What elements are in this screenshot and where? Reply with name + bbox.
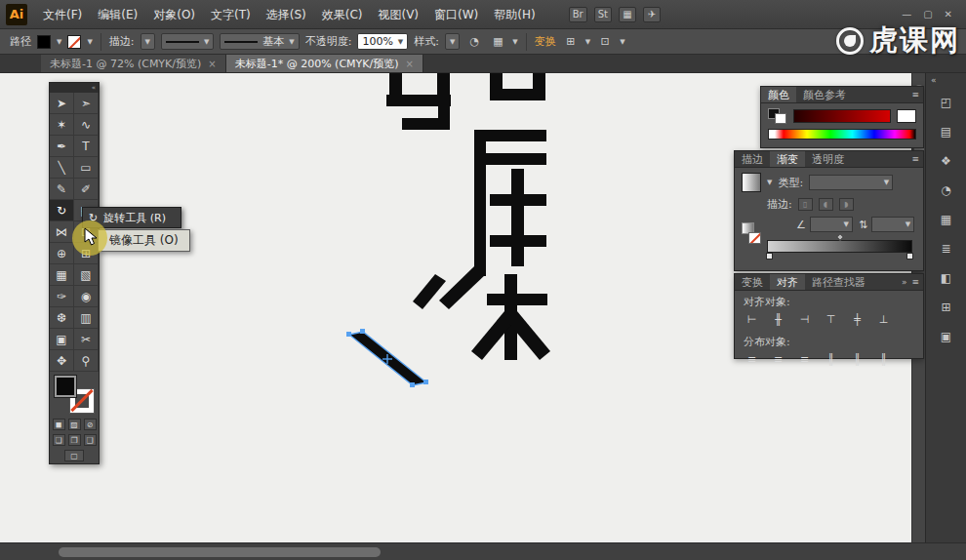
direct-selection-tool[interactable]: ➣ <box>74 93 99 114</box>
shape-builder-tool[interactable]: ⊕ <box>50 243 74 264</box>
distribute-right-icon[interactable]: ║ <box>875 352 892 367</box>
fill-none-button[interactable]: ⊘ <box>84 419 97 430</box>
panel-tab[interactable]: 透明度 <box>805 151 851 167</box>
dock-panel-icon[interactable]: ◰ <box>935 93 958 112</box>
dock-panel-icon[interactable]: ⊞ <box>935 298 958 317</box>
menu-item[interactable]: 效果(C) <box>314 0 371 29</box>
distribute-vertical-center-icon[interactable]: ≡ <box>770 352 786 367</box>
menu-item[interactable]: 编辑(E) <box>90 0 145 29</box>
distribute-top-icon[interactable]: ≡ <box>744 352 760 367</box>
paintbrush-tool[interactable]: ✎ <box>50 179 74 200</box>
draw-behind-button[interactable]: ❐ <box>68 434 81 446</box>
menu-item[interactable]: 选择(S) <box>259 0 314 29</box>
chevron-down-icon[interactable]: ▼ <box>512 38 517 46</box>
fill-color-swatch[interactable] <box>55 376 76 397</box>
pen-tool[interactable]: ✒ <box>50 136 74 157</box>
dock-panel-icon[interactable]: ▣ <box>935 327 958 346</box>
panel-tab[interactable]: 对齐 <box>770 274 805 290</box>
lasso-tool[interactable]: ∿ <box>74 114 99 136</box>
stroke-gradient-across-icon[interactable]: ◗ <box>839 198 854 211</box>
menu-item[interactable]: 文字(T) <box>203 0 259 29</box>
align-right-icon[interactable]: ⊣ <box>796 312 813 327</box>
slice-tool[interactable]: ✂ <box>74 329 99 350</box>
white-swatch[interactable] <box>897 109 916 123</box>
recolor-artwork-icon[interactable]: ◔ <box>465 34 483 50</box>
panel-tab[interactable]: 描边 <box>735 151 770 167</box>
stroke-profile-dropdown[interactable]: ▼ <box>161 33 214 50</box>
align-horizontal-center-icon[interactable]: ╫ <box>770 312 786 327</box>
hand-tool[interactable]: ✥ <box>50 350 74 372</box>
chevron-down-icon[interactable]: ▼ <box>620 38 624 46</box>
mesh-tool[interactable]: ▦ <box>50 264 74 286</box>
stock-icon[interactable]: St <box>594 7 612 22</box>
zoom-tool[interactable]: ⚲ <box>74 350 99 372</box>
style-dropdown[interactable]: ▼ <box>445 33 460 50</box>
panel-tab[interactable]: 变换 <box>735 274 770 290</box>
fill-color-button[interactable]: ◼ <box>53 419 65 430</box>
dock-panel-icon[interactable]: ◔ <box>935 180 958 200</box>
screen-mode-button[interactable]: ▢ <box>64 450 84 461</box>
align-top-icon[interactable]: ⊤ <box>823 312 839 327</box>
align-left-icon[interactable]: ⊢ <box>744 312 760 327</box>
transform-options-icon[interactable]: ⊞ <box>562 34 580 50</box>
dock-panel-icon[interactable]: ▦ <box>935 210 958 229</box>
document-tab[interactable]: 未标题-1* @ 200% (CMYK/预览) × <box>226 55 423 72</box>
panel-expand-icon[interactable]: » <box>902 277 907 287</box>
column-graph-tool[interactable]: ▥ <box>74 307 99 329</box>
tools-panel-header[interactable]: « <box>50 83 99 93</box>
menu-item[interactable]: 视图(V) <box>370 0 426 29</box>
align-options-icon[interactable]: ▦ <box>489 34 506 50</box>
dock-collapse-icon[interactable]: « <box>926 75 966 89</box>
align-bottom-icon[interactable]: ⊥ <box>875 312 892 327</box>
menu-item[interactable]: 窗口(W) <box>426 0 486 29</box>
gradient-thumbnail[interactable] <box>742 173 761 192</box>
panel-menu-icon[interactable]: ≡ <box>911 90 919 100</box>
rotate-tool[interactable]: ↻ <box>50 200 74 221</box>
stroke-gradient-within-icon[interactable]: ▯ <box>798 198 813 211</box>
dock-panel-icon[interactable]: ≣ <box>935 239 958 259</box>
draw-inside-button[interactable]: ❑ <box>84 434 97 446</box>
isolate-selection-icon[interactable]: ⊡ <box>596 34 614 50</box>
distribute-left-icon[interactable]: ║ <box>823 352 839 367</box>
close-icon[interactable]: × <box>208 59 216 69</box>
align-vertical-center-icon[interactable]: ╪ <box>849 312 865 327</box>
document-tab[interactable]: 未标题-1 @ 72% (CMYK/预览) × <box>41 55 226 72</box>
fill-gradient-button[interactable]: ▨ <box>68 419 81 430</box>
panel-tab[interactable]: 路径查找器 <box>805 274 872 290</box>
brush-dropdown[interactable]: 基本▼ <box>220 33 299 50</box>
selection-tool[interactable]: ➤ <box>50 93 74 114</box>
distribute-bottom-icon[interactable]: ≡ <box>796 352 813 367</box>
eyedropper-tool[interactable]: ✑ <box>50 286 74 307</box>
fill-stroke-indicator[interactable] <box>768 108 787 124</box>
gradient-stop[interactable] <box>906 253 913 260</box>
gradient-location-field[interactable]: ⇅ ▼ <box>859 217 914 232</box>
menu-item[interactable]: 对象(O) <box>145 0 203 29</box>
opacity-dropdown[interactable]: 100%▼ <box>357 33 408 50</box>
color-ramp[interactable] <box>793 109 891 123</box>
chevron-down-icon[interactable]: ▼ <box>585 38 590 46</box>
app-logo[interactable]: Ai <box>6 4 27 25</box>
gradient-tool[interactable]: ▧ <box>74 264 99 286</box>
close-icon[interactable]: × <box>406 59 414 69</box>
horizontal-scrollbar-thumb[interactable] <box>59 547 381 557</box>
type-tool[interactable]: T <box>74 136 99 157</box>
gradient-slider[interactable] <box>767 240 912 253</box>
draw-normal-button[interactable]: ❏ <box>53 434 65 446</box>
line-segment-tool[interactable]: ╲ <box>50 157 74 179</box>
gradient-angle-field[interactable]: ∠ ▼ <box>796 217 853 232</box>
symbol-sprayer-tool[interactable]: ❆ <box>50 307 74 329</box>
chevron-down-icon[interactable]: ▼ <box>87 38 92 46</box>
stroke-swatch[interactable] <box>67 35 81 49</box>
stroke-weight-dropdown[interactable]: ▼ <box>141 33 155 50</box>
color-spectrum-bar[interactable] <box>768 129 916 140</box>
panel-menu-icon[interactable]: ≡ <box>911 154 919 164</box>
artboard-tool[interactable]: ▣ <box>50 329 74 350</box>
transform-link[interactable]: 变换 <box>535 34 556 49</box>
stroke-gradient-along-icon[interactable]: ◖ <box>819 198 833 211</box>
gradient-midpoint-handle[interactable] <box>835 233 843 241</box>
magic-wand-tool[interactable]: ✶ <box>50 114 74 136</box>
panel-menu-icon[interactable]: ≡ <box>911 277 919 287</box>
share-icon[interactable]: ✈ <box>643 7 661 22</box>
menu-item[interactable]: 文件(F) <box>35 0 90 29</box>
panel-tab[interactable]: 渐变 <box>770 151 805 167</box>
